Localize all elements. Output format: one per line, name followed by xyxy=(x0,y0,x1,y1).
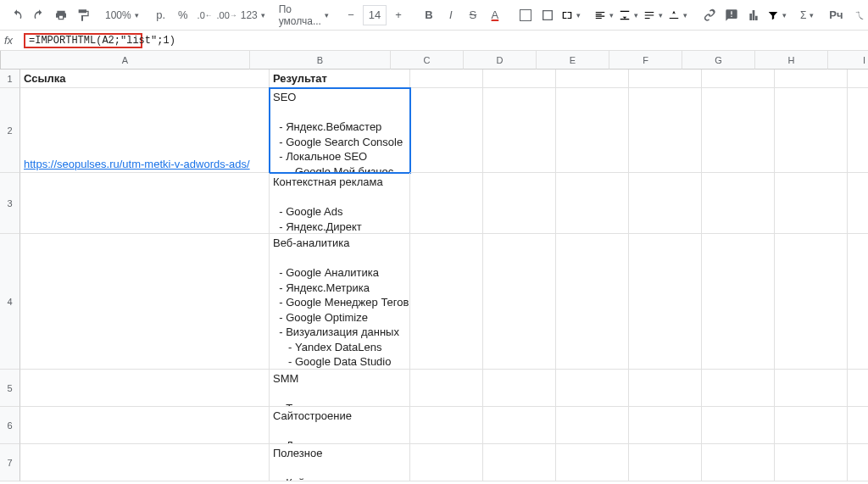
merge-cells-button[interactable] xyxy=(559,9,582,21)
cell[interactable] xyxy=(20,407,270,444)
cell[interactable] xyxy=(629,88,702,173)
cell[interactable] xyxy=(629,70,702,88)
cell[interactable]: Ссылка xyxy=(20,70,270,88)
strikethrough-button[interactable]: S xyxy=(463,5,483,25)
insert-link-button[interactable] xyxy=(699,5,720,25)
row-header[interactable]: 2 xyxy=(0,88,20,173)
cell[interactable] xyxy=(556,407,629,444)
cell[interactable] xyxy=(848,444,868,481)
cell[interactable] xyxy=(629,407,702,444)
horizontal-align-button[interactable] xyxy=(593,9,615,21)
row-header[interactable]: 7 xyxy=(0,444,20,481)
cell[interactable] xyxy=(483,173,556,234)
cell[interactable] xyxy=(848,234,868,370)
filter-button[interactable] xyxy=(765,9,788,21)
cell[interactable] xyxy=(556,444,629,481)
font-family-select[interactable]: По умолча... xyxy=(277,3,331,27)
column-header[interactable]: D xyxy=(464,51,537,70)
cell[interactable] xyxy=(775,70,848,88)
cell[interactable] xyxy=(848,407,868,444)
column-header[interactable]: E xyxy=(537,51,609,70)
cell[interactable] xyxy=(410,370,483,407)
text-wrap-button[interactable] xyxy=(642,9,665,21)
cell[interactable]: SMM - Таргетинг xyxy=(270,370,410,407)
font-size-value[interactable]: 14 xyxy=(363,5,387,25)
cell[interactable]: Веб-аналитика - Google Аналитика - Яндек… xyxy=(270,234,410,370)
cell[interactable]: Сайтостроение - Домены xyxy=(270,407,410,444)
cell[interactable] xyxy=(848,70,868,88)
formula-input[interactable]: =IMPORTHTML(A2;"list";1) xyxy=(17,32,868,49)
cell[interactable] xyxy=(556,370,629,407)
cell[interactable] xyxy=(20,234,270,370)
vertical-align-button[interactable] xyxy=(617,9,640,21)
cell[interactable] xyxy=(410,70,483,88)
cell[interactable] xyxy=(483,70,556,88)
column-header[interactable]: C xyxy=(391,51,464,70)
cell[interactable] xyxy=(775,88,848,173)
cell[interactable] xyxy=(20,370,270,407)
cell[interactable] xyxy=(775,173,848,234)
cell[interactable] xyxy=(702,70,775,88)
cell[interactable] xyxy=(483,444,556,481)
cell[interactable] xyxy=(483,234,556,370)
cell[interactable] xyxy=(702,88,775,173)
cell[interactable] xyxy=(702,444,775,481)
collapse-toolbar-button[interactable]: ㄟ xyxy=(849,5,868,25)
row-header[interactable]: 3 xyxy=(0,173,20,234)
cell[interactable] xyxy=(848,370,868,407)
cell[interactable]: https://seopulses.ru/utm-metki-v-adwords… xyxy=(20,88,270,173)
cell[interactable] xyxy=(410,234,483,370)
cell[interactable]: SEO - Яндекс.Вебмастер - Google Search C… xyxy=(270,88,410,173)
cell[interactable] xyxy=(629,234,702,370)
row-header[interactable]: 4 xyxy=(0,234,20,370)
insert-comment-button[interactable] xyxy=(721,5,742,25)
cell[interactable] xyxy=(702,234,775,370)
zoom-select[interactable]: 100% xyxy=(103,9,141,21)
cell[interactable] xyxy=(483,370,556,407)
cell[interactable] xyxy=(20,173,270,234)
cell[interactable]: Полезное - Кейсы xyxy=(270,444,410,481)
cell[interactable] xyxy=(848,88,868,173)
cell[interactable] xyxy=(410,407,483,444)
cell[interactable] xyxy=(556,70,629,88)
cell[interactable] xyxy=(702,407,775,444)
cell[interactable] xyxy=(629,173,702,234)
decrease-decimal-button[interactable]: .0← xyxy=(195,5,215,25)
print-button[interactable] xyxy=(51,5,71,25)
cell[interactable] xyxy=(483,88,556,173)
column-header[interactable]: F xyxy=(609,51,682,70)
fill-color-button[interactable] xyxy=(515,5,536,25)
cell[interactable] xyxy=(848,173,868,234)
number-format-select[interactable]: 123 xyxy=(239,9,267,21)
cell[interactable] xyxy=(775,407,848,444)
cell[interactable] xyxy=(629,444,702,481)
borders-button[interactable] xyxy=(537,5,558,25)
cell[interactable] xyxy=(775,444,848,481)
increase-decimal-button[interactable]: .00→ xyxy=(217,5,237,25)
italic-button[interactable]: I xyxy=(441,5,461,25)
bold-button[interactable]: B xyxy=(419,5,439,25)
redo-button[interactable] xyxy=(29,5,49,25)
paint-format-button[interactable] xyxy=(73,5,93,25)
cell[interactable] xyxy=(410,88,483,173)
insert-chart-button[interactable] xyxy=(743,5,764,25)
column-header[interactable]: B xyxy=(250,51,391,70)
more-button[interactable]: Рч xyxy=(826,5,846,25)
cell[interactable]: Контекстная реклама - Google Ads - Яндек… xyxy=(270,173,410,234)
cell[interactable] xyxy=(483,407,556,444)
column-header[interactable]: I xyxy=(828,51,868,70)
text-color-button[interactable]: A xyxy=(485,5,505,25)
column-header[interactable]: H xyxy=(755,51,828,70)
percent-button[interactable]: % xyxy=(173,5,193,25)
cell[interactable] xyxy=(556,173,629,234)
cell[interactable] xyxy=(629,370,702,407)
cell[interactable] xyxy=(410,173,483,234)
row-header[interactable]: 1 xyxy=(0,70,20,88)
cell[interactable] xyxy=(410,444,483,481)
cell[interactable] xyxy=(20,444,270,481)
cell[interactable] xyxy=(775,370,848,407)
row-header[interactable]: 5 xyxy=(0,370,20,407)
cell[interactable]: Результат xyxy=(270,70,410,88)
font-size-decrease[interactable]: − xyxy=(341,5,361,25)
cells-area[interactable]: СсылкаРезультатhttps://seopulses.ru/utm-… xyxy=(20,70,868,481)
